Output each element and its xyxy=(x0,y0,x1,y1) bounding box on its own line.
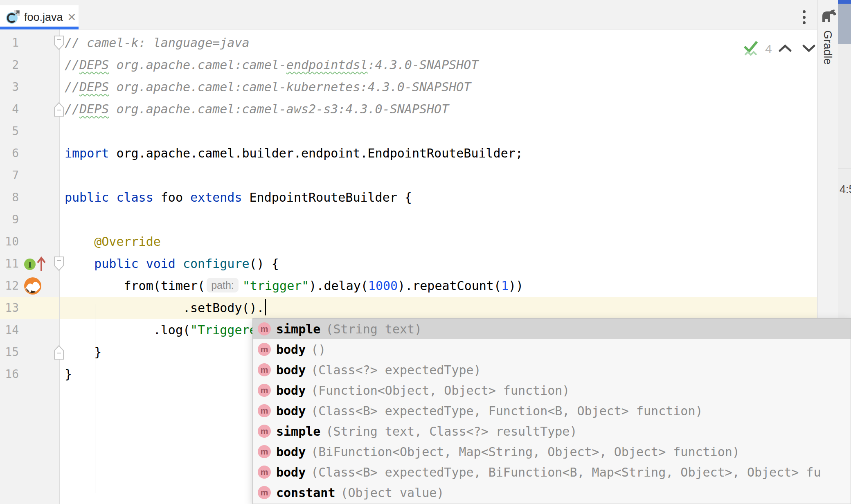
completion-item-name: body xyxy=(276,363,306,377)
code-line-12: from(timer(path:"trigger").delay(1000).r… xyxy=(65,275,523,297)
method-icon: m xyxy=(258,384,271,397)
active-tab-indicator xyxy=(0,27,79,29)
completion-item-signature: (String text, Class<?> resultType) xyxy=(326,424,577,439)
method-icon: m xyxy=(258,322,271,335)
method-icon: m xyxy=(258,425,271,438)
fold-region-start-icon[interactable] xyxy=(54,35,64,52)
code-line-2: //DEPS org.apache.camel:camel-endpointds… xyxy=(65,54,478,76)
camel-route-gutter-icon[interactable] xyxy=(24,277,42,297)
completion-item-name: body xyxy=(276,465,306,479)
line-number: 5 xyxy=(0,120,19,142)
line-number: 16 xyxy=(0,363,19,385)
code-line-8: public class foo extends EndpointRouteBu… xyxy=(65,187,412,209)
svg-text:I: I xyxy=(28,260,32,270)
completion-item-name: body xyxy=(276,383,306,398)
line-number: 13 xyxy=(0,297,19,319)
background-window-header xyxy=(838,4,851,44)
line-number: 15 xyxy=(0,341,19,363)
method-icon: m xyxy=(258,343,271,356)
indent-guide xyxy=(125,326,125,472)
line-number: 7 xyxy=(0,164,19,187)
method-icon: m xyxy=(258,466,271,479)
line-number: 9 xyxy=(0,209,19,231)
line-number: 2 xyxy=(0,54,19,76)
gradle-elephant-icon[interactable] xyxy=(819,8,837,25)
tab-close-icon[interactable]: ✕ xyxy=(68,11,77,24)
line-number: 3 xyxy=(0,76,19,98)
ide-window: foo.java ✕ 12345678910111213141516 I // … xyxy=(0,0,851,504)
completion-item-simple[interactable]: msimple(String text) xyxy=(253,319,851,339)
completion-item-name: body xyxy=(276,445,306,459)
next-problem-chevron-icon[interactable] xyxy=(801,43,816,55)
completion-item-simple[interactable]: msimple(String text, Class<?> resultType… xyxy=(253,421,851,441)
line-number: 11 xyxy=(0,253,19,275)
code-line-10: @Override xyxy=(65,231,161,253)
overriding-method-gutter-icon[interactable]: I xyxy=(23,254,48,274)
tab-foo-java[interactable]: foo.java ✕ xyxy=(0,5,79,29)
completion-item-name: constant xyxy=(276,486,335,500)
completion-item-body[interactable]: mbody(Class<?> expectedType) xyxy=(253,360,851,380)
line-number: 4 xyxy=(0,98,19,120)
completion-popup[interactable]: msimple(String text)mbody()mbody(Class<?… xyxy=(252,318,851,504)
completion-item-signature: () xyxy=(311,342,326,357)
fold-region-end-icon[interactable] xyxy=(54,344,64,362)
background-window-accent xyxy=(838,0,851,4)
code-line-14: .log("Triggere xyxy=(65,319,257,341)
tab-title: foo.java xyxy=(24,11,63,24)
code-line-15: } xyxy=(65,341,101,363)
code-line-11: public void configure() { xyxy=(65,253,279,275)
line-number: 12 xyxy=(0,275,19,297)
code-line-16: } xyxy=(65,363,72,385)
completion-item-body[interactable]: mbody(Function<Object, Object> function) xyxy=(253,380,851,400)
completion-item-name: body xyxy=(276,404,306,418)
method-icon: m xyxy=(258,404,271,417)
line-number: 8 xyxy=(0,187,19,209)
parameter-inlay-hint: path: xyxy=(207,278,239,292)
inspections-check-icon xyxy=(742,38,759,60)
completion-item-name: simple xyxy=(276,424,320,439)
problems-count: 4 xyxy=(765,42,772,56)
completion-item-body[interactable]: mbody() xyxy=(253,339,851,360)
prev-problem-chevron-icon[interactable] xyxy=(778,43,792,55)
line-number: 10 xyxy=(0,231,19,253)
fold-region-start-icon[interactable] xyxy=(54,256,64,273)
inspections-widget[interactable]: 4 xyxy=(742,38,812,61)
code-line-6: import org.apache.camel.builder.endpoint… xyxy=(65,142,523,164)
method-icon: m xyxy=(258,486,271,499)
completion-item-signature: (Class<?> expectedType) xyxy=(311,363,481,377)
completion-item-signature: (Class<B> expectedType, BiFunction<B, Ma… xyxy=(311,465,821,479)
method-icon: m xyxy=(258,445,271,458)
completion-item-name: body xyxy=(276,342,306,357)
completion-item-signature: (Object value) xyxy=(341,486,444,500)
completion-item-signature: (BiFunction<Object, Map<String, Object>,… xyxy=(311,445,740,459)
completion-item-body[interactable]: mbody(Class<B> expectedType, BiFunction<… xyxy=(253,462,851,482)
code-line-13: .setBody(). xyxy=(65,297,266,319)
code-line-1: // camel-k: language=java xyxy=(65,32,250,54)
kebab-menu-icon[interactable] xyxy=(797,9,811,25)
line-number: 1 xyxy=(0,32,19,54)
completion-item-signature: (Function<Object, Object> function) xyxy=(311,383,570,398)
code-line-3: //DEPS org.apache.camel:camel-kubernetes… xyxy=(65,76,471,98)
completion-item-signature: (String text) xyxy=(326,322,422,336)
text-caret xyxy=(265,299,266,315)
tool-window-label-gradle[interactable]: Gradle xyxy=(821,30,834,65)
camel-k-file-icon xyxy=(6,9,20,26)
completion-item-body[interactable]: mbody(BiFunction<Object, Map<String, Obj… xyxy=(253,441,851,462)
background-window-text: 4:5 xyxy=(840,183,851,196)
code-line-4: //DEPS org.apache.camel:camel-aws2-s3:4.… xyxy=(65,98,449,120)
completion-item-signature: (Class<B> expectedType, Function<B, Obje… xyxy=(311,404,702,418)
method-icon: m xyxy=(258,363,271,376)
fold-region-end-icon[interactable] xyxy=(54,101,64,119)
line-number: 14 xyxy=(0,319,19,341)
line-number: 6 xyxy=(0,142,19,164)
completion-item-name: simple xyxy=(276,322,320,336)
editor-tab-bar: foo.java ✕ xyxy=(0,0,817,29)
completion-item-constant[interactable]: mconstant(Object value) xyxy=(253,482,851,503)
completion-item-body[interactable]: mbody(Class<B> expectedType, Function<B,… xyxy=(253,400,851,421)
